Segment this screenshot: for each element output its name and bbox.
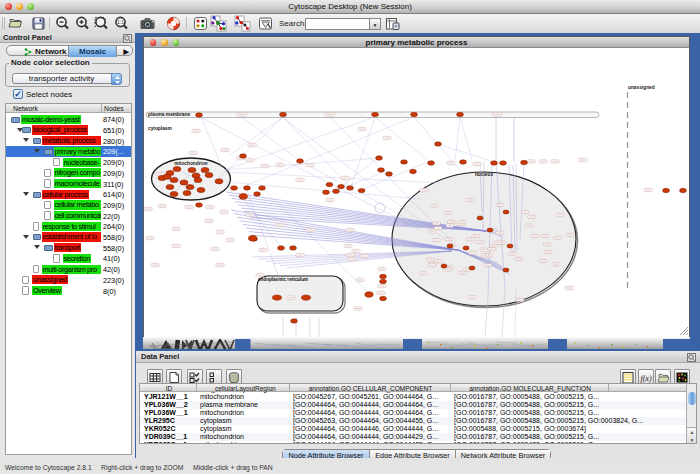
svg-text:endoplasmic reticulum: endoplasmic reticulum xyxy=(258,277,308,282)
svg-text:unassigned: unassigned xyxy=(628,85,655,90)
svg-text:f(x): f(x) xyxy=(640,374,651,383)
svg-text:cytoplasm: cytoplasm xyxy=(148,126,172,131)
svg-text:nucleus: nucleus xyxy=(475,172,493,177)
svg-text:plasma membrane: plasma membrane xyxy=(148,112,190,117)
svg-text:mitochondrion: mitochondrion xyxy=(174,161,208,166)
svg-text:1:1: 1:1 xyxy=(117,19,124,25)
